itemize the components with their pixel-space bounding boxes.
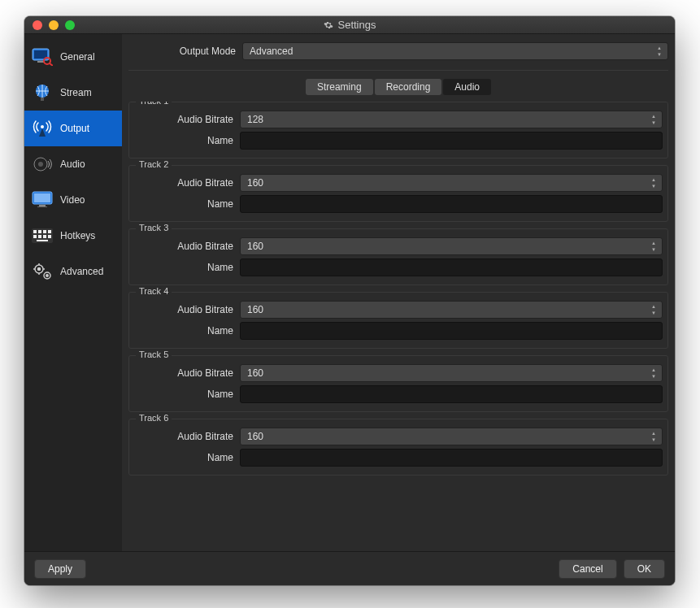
- sidebar-item-label: Hotkeys: [60, 230, 95, 241]
- output-mode-select[interactable]: Advanced ▲▼: [242, 42, 668, 60]
- stepper-icon: ▲▼: [648, 430, 659, 443]
- name-input[interactable]: [240, 322, 663, 340]
- bitrate-select[interactable]: 160▲▼: [240, 237, 663, 255]
- stepper-icon: ▲▼: [648, 176, 659, 189]
- cogs-icon: [31, 260, 54, 283]
- settings-icon: [324, 20, 333, 30]
- sidebar-item-audio[interactable]: Audio: [24, 146, 122, 182]
- keyboard-icon: [31, 224, 54, 247]
- minimize-icon[interactable]: [49, 20, 59, 30]
- sidebar-item-label: Advanced: [60, 266, 103, 277]
- content-pane: Output Mode Advanced ▲▼ Streaming Record…: [122, 34, 675, 551]
- sidebar-item-general[interactable]: General: [24, 39, 122, 75]
- bitrate-label: Audio Bitrate: [134, 114, 240, 125]
- apply-button[interactable]: Apply: [34, 559, 86, 579]
- bitrate-select[interactable]: 160▲▼: [240, 364, 663, 382]
- monitor-wrench-icon: [31, 46, 54, 68]
- name-label: Name: [134, 262, 240, 273]
- sidebar-item-label: Output: [60, 123, 89, 134]
- svg-rect-6: [41, 98, 44, 101]
- tracks-container: Track 1Audio Bitrate128▲▼NameTrack 2Audi…: [128, 102, 668, 551]
- sidebar-item-label: Audio: [60, 159, 85, 170]
- svg-rect-1: [34, 50, 47, 59]
- svg-rect-12: [39, 205, 46, 206]
- name-input[interactable]: [240, 449, 663, 467]
- stepper-icon: ▲▼: [648, 303, 659, 316]
- svg-point-27: [46, 275, 48, 276]
- track-title: Track 5: [136, 350, 172, 359]
- tab-audio[interactable]: Audio: [443, 79, 491, 95]
- name-label: Name: [134, 198, 240, 210]
- svg-rect-11: [34, 193, 50, 202]
- sidebar-item-label: Video: [60, 194, 85, 206]
- stepper-icon: ▲▼: [648, 240, 659, 253]
- sidebar-item-advanced[interactable]: Advanced: [24, 254, 122, 289]
- track-title: Track 2: [136, 159, 172, 169]
- traffic-lights: [24, 20, 75, 30]
- bitrate-label: Audio Bitrate: [134, 177, 240, 189]
- divider: [128, 70, 668, 71]
- bitrate-label: Audio Bitrate: [134, 241, 240, 252]
- bitrate-value: 160: [247, 431, 263, 442]
- svg-rect-16: [38, 230, 41, 233]
- window-title: Settings: [338, 19, 376, 31]
- bitrate-label: Audio Bitrate: [134, 304, 240, 315]
- tab-streaming[interactable]: Streaming: [306, 79, 373, 95]
- bitrate-select[interactable]: 160▲▼: [240, 301, 663, 319]
- name-input[interactable]: [240, 132, 663, 150]
- sidebar: General Stream Output Audio: [24, 34, 122, 551]
- track-title: Track 1: [136, 102, 172, 106]
- svg-point-7: [41, 125, 44, 128]
- sidebar-item-video[interactable]: Video: [24, 182, 122, 218]
- name-input[interactable]: [240, 258, 663, 276]
- track-title: Track 6: [136, 413, 172, 423]
- name-label: Name: [134, 389, 240, 400]
- ok-button[interactable]: OK: [624, 559, 665, 579]
- bitrate-select[interactable]: 160▲▼: [240, 174, 663, 192]
- close-icon[interactable]: [33, 20, 42, 30]
- footer: Apply Cancel OK: [24, 551, 675, 585]
- output-mode-value: Advanced: [250, 46, 293, 57]
- track-group: Track 6Audio Bitrate160▲▼Name: [128, 419, 668, 476]
- zoom-icon[interactable]: [65, 20, 75, 30]
- bitrate-value: 160: [247, 177, 263, 189]
- stepper-icon: ▲▼: [648, 367, 659, 380]
- speaker-icon: [31, 153, 54, 176]
- antenna-icon: [31, 117, 54, 140]
- sidebar-item-hotkeys[interactable]: Hotkeys: [24, 218, 122, 254]
- name-input[interactable]: [240, 385, 663, 403]
- bitrate-select[interactable]: 160▲▼: [240, 428, 663, 445]
- bitrate-label: Audio Bitrate: [134, 431, 240, 442]
- bitrate-select[interactable]: 128▲▼: [240, 111, 663, 128]
- track-group: Track 1Audio Bitrate128▲▼Name: [128, 102, 668, 159]
- output-mode-label: Output Mode: [128, 46, 242, 57]
- svg-rect-22: [48, 235, 51, 238]
- monitor-icon: [31, 189, 54, 211]
- track-group: Track 4Audio Bitrate160▲▼Name: [128, 292, 668, 349]
- sidebar-item-label: General: [60, 51, 95, 63]
- svg-rect-20: [38, 235, 41, 238]
- name-label: Name: [134, 135, 240, 146]
- svg-rect-21: [43, 235, 46, 238]
- titlebar: Settings: [24, 16, 675, 34]
- track-title: Track 4: [136, 286, 172, 296]
- sidebar-item-output[interactable]: Output: [24, 111, 122, 146]
- svg-rect-23: [37, 240, 48, 241]
- settings-window: Settings General Stream Output: [24, 16, 675, 585]
- stepper-icon: ▲▼: [648, 113, 659, 126]
- bitrate-value: 128: [247, 114, 263, 125]
- track-group: Track 3Audio Bitrate160▲▼Name: [128, 228, 668, 285]
- bitrate-value: 160: [247, 367, 263, 379]
- globe-icon: [31, 81, 54, 104]
- bitrate-value: 160: [247, 241, 263, 252]
- sidebar-item-stream[interactable]: Stream: [24, 75, 122, 111]
- name-input[interactable]: [240, 195, 663, 213]
- track-title: Track 3: [136, 223, 172, 232]
- tab-recording[interactable]: Recording: [375, 79, 442, 95]
- track-group: Track 2Audio Bitrate160▲▼Name: [128, 165, 668, 222]
- svg-rect-15: [33, 230, 37, 233]
- svg-point-25: [38, 268, 41, 271]
- cancel-button[interactable]: Cancel: [559, 559, 616, 579]
- svg-rect-13: [37, 206, 47, 207]
- svg-rect-2: [37, 61, 44, 63]
